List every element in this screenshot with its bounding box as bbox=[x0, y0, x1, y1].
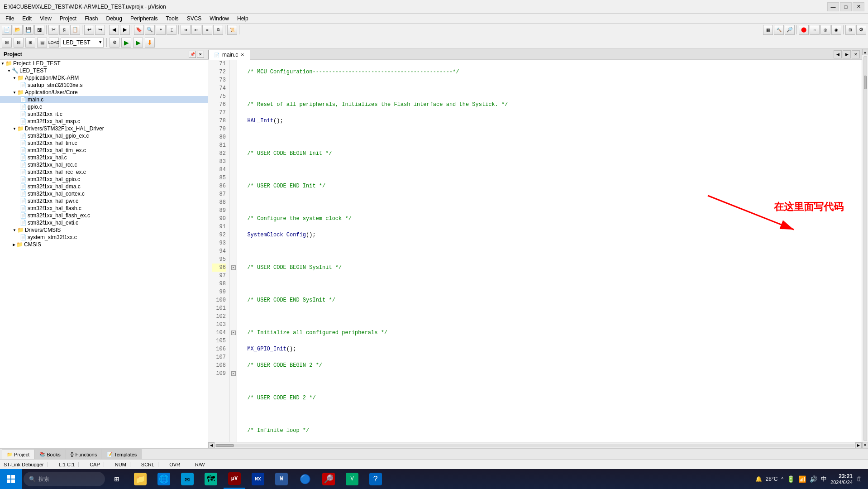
open-button[interactable]: 📂 bbox=[13, 25, 23, 35]
flash-btn[interactable]: ⬇ bbox=[145, 38, 155, 48]
bookmark-button[interactable]: 🔖 bbox=[134, 25, 144, 35]
tree-item-app-core[interactable]: ▼ 📁 Application/User/Core bbox=[0, 89, 208, 96]
menu-edit[interactable]: Edit bbox=[19, 14, 35, 23]
tree-item-led-test[interactable]: ▼ 🔧 LED_TEST bbox=[0, 67, 208, 74]
tree-item-hal-gpio[interactable]: 📄 stm32f1xx_hal_gpio.c bbox=[0, 176, 208, 183]
notification-badge[interactable]: 🗓 bbox=[856, 475, 863, 483]
right-scrollbar[interactable]: ▲ ▼ bbox=[862, 49, 868, 448]
project-icon-btn3[interactable]: ⊞ bbox=[25, 38, 35, 48]
horizontal-scrollbar[interactable]: ◀ ▶ bbox=[208, 442, 862, 448]
search-input[interactable] bbox=[38, 476, 84, 482]
tree-item-hal-gpio-ex[interactable]: 📄 stm32f1xx_hal_gpio_ex.c bbox=[0, 132, 208, 139]
fold-icon-109[interactable]: - bbox=[230, 369, 237, 378]
tab-templates[interactable]: 📝 Templates bbox=[102, 449, 142, 459]
menu-help[interactable]: Help bbox=[234, 14, 252, 23]
view-options[interactable]: ⊞ bbox=[845, 25, 855, 35]
code-editor[interactable]: 71 72 73 74 75 76 77 78 79 80 81 82 83 8… bbox=[208, 60, 862, 442]
tree-item-hal-cortex[interactable]: 📄 stm32f1xx_hal_cortex.c bbox=[0, 190, 208, 197]
menu-window[interactable]: Window bbox=[206, 14, 233, 23]
tree-item-app-mdk[interactable]: ▼ 📁 Application/MDK-ARM bbox=[0, 74, 208, 82]
scroll-down-button[interactable]: ▼ bbox=[862, 442, 868, 448]
tree-item-hal-flash-ex[interactable]: 📄 stm32f1xx_hal_flash_ex.c bbox=[0, 212, 208, 219]
clock[interactable]: 23:21 2024/6/24 bbox=[830, 473, 853, 485]
nav-forward-button[interactable]: ▶ bbox=[120, 25, 130, 35]
scroll-track-v[interactable] bbox=[863, 56, 867, 441]
settings-button[interactable]: ⚙ bbox=[856, 25, 866, 35]
taskbar-app-mail[interactable]: ✉ bbox=[176, 469, 198, 489]
tree-item-hal-exti[interactable]: 📄 stm32f1xx_hal_exti.c bbox=[0, 219, 208, 226]
expand-tray-icon[interactable]: ^ bbox=[781, 477, 783, 482]
project-pin-button[interactable]: 📌 bbox=[189, 51, 196, 58]
tree-item-cmsis[interactable]: ▼ 📁 Drivers/CMSIS bbox=[0, 226, 208, 234]
tree-item-hal-c[interactable]: 📄 stm32f1xx_hal.c bbox=[0, 154, 208, 161]
tree-item-gpio-c[interactable]: 📄 gpio.c bbox=[0, 103, 208, 110]
taskbar-app-explorer[interactable]: 📁 bbox=[129, 469, 151, 489]
tree-item-hal-dma[interactable]: 📄 stm32f1xx_hal_dma.c bbox=[0, 183, 208, 190]
find-button[interactable]: 🔍 bbox=[145, 25, 155, 35]
minimize-button[interactable]: — bbox=[827, 2, 839, 11]
taskbar-app-search[interactable]: 🔎 bbox=[318, 469, 339, 489]
search-bar[interactable]: 🔍 bbox=[24, 472, 105, 486]
undo-button[interactable]: ↩ bbox=[84, 25, 94, 35]
taskbar-app-uvision[interactable]: μV bbox=[224, 469, 245, 489]
menu-peripherals[interactable]: Peripherals bbox=[127, 14, 162, 23]
project-icon-btn4[interactable]: ▤ bbox=[37, 38, 47, 48]
tree-item-hal-rcc[interactable]: 📄 stm32f1xx_hal_rcc.c bbox=[0, 161, 208, 168]
paste-button[interactable]: 📋 bbox=[70, 25, 80, 35]
project-close-button[interactable]: ✕ bbox=[197, 51, 204, 58]
build-target[interactable]: 🔨 bbox=[774, 25, 784, 35]
tree-item-root[interactable]: ▼ 📁 Project: LED_TEST bbox=[0, 60, 208, 67]
tree-item-hal-flash[interactable]: 📄 stm32f1xx_hal_flash.c bbox=[0, 205, 208, 212]
tree-item-hal-pwr[interactable]: 📄 stm32f1xx_hal_pwr.c bbox=[0, 197, 208, 205]
taskbar-app-help[interactable]: ? bbox=[365, 469, 386, 489]
notification-icon[interactable]: 🔔 bbox=[755, 476, 762, 482]
target-options[interactable]: ▦ bbox=[763, 25, 773, 35]
taskbar-app-mx[interactable]: MX bbox=[247, 469, 269, 489]
taskbar-app-taskview[interactable]: ⊞ bbox=[106, 469, 128, 489]
tab-close-all[interactable]: ✕ bbox=[852, 50, 860, 58]
btn4[interactable]: ⧉ bbox=[213, 25, 223, 35]
tab-main-c[interactable]: 📄 main.c ✕ bbox=[208, 50, 250, 60]
search-toolbar[interactable]: 🔎 bbox=[785, 25, 795, 35]
volume-icon[interactable]: 🔊 bbox=[810, 475, 817, 483]
build-btn[interactable]: ▶ bbox=[133, 38, 143, 48]
menu-svcs[interactable]: SVCS bbox=[183, 14, 205, 23]
outdent-button[interactable]: ⇤ bbox=[191, 25, 201, 35]
fold-icon-96[interactable]: - bbox=[230, 264, 237, 272]
lang-indicator[interactable]: 中 bbox=[821, 475, 827, 483]
close-button[interactable]: ✕ bbox=[853, 2, 864, 11]
start-button[interactable] bbox=[0, 469, 22, 489]
tab-scroll-right[interactable]: ▶ bbox=[843, 50, 851, 58]
taskbar-app-word[interactable]: W bbox=[271, 469, 292, 489]
scroll-thumb-h[interactable] bbox=[216, 444, 234, 447]
maximize-button[interactable]: □ bbox=[840, 2, 852, 11]
taskbar-app-edge[interactable]: 🌐 bbox=[153, 469, 175, 489]
new-file-button[interactable]: 📄 bbox=[2, 25, 12, 35]
scroll-track[interactable] bbox=[215, 444, 854, 447]
tab-project[interactable]: 📁 Project bbox=[2, 449, 34, 459]
copy-button[interactable]: ⎘ bbox=[59, 25, 69, 35]
tree-item-hal-tim[interactable]: 📄 stm32f1xx_hal_tim.c bbox=[0, 139, 208, 147]
scroll-right-button[interactable]: ▶ bbox=[855, 442, 862, 449]
tree-item-system[interactable]: 📄 system_stm32f1xx.c bbox=[0, 234, 208, 241]
nav-back-button[interactable]: ◀ bbox=[109, 25, 119, 35]
btn6[interactable]: ◎ bbox=[820, 25, 830, 35]
stop-button[interactable]: ⬤ bbox=[799, 25, 809, 35]
btn5[interactable]: ○ bbox=[810, 25, 820, 35]
indent-button[interactable]: ⇥ bbox=[181, 25, 191, 35]
compile-button[interactable]: ▶ bbox=[121, 38, 131, 48]
menu-project[interactable]: Project bbox=[56, 14, 80, 23]
tree-item-msp[interactable]: 📄 stm32f1xx_hal_msp.c bbox=[0, 118, 208, 125]
project-icon-btn2[interactable]: ⊟ bbox=[14, 38, 24, 48]
project-icon-btn5[interactable]: LOAD bbox=[49, 38, 59, 48]
redo-button[interactable]: ↪ bbox=[95, 25, 105, 35]
scroll-thumb-v[interactable] bbox=[864, 76, 867, 89]
scroll-left-button[interactable]: ◀ bbox=[208, 442, 215, 449]
tab-close-icon[interactable]: ✕ bbox=[241, 53, 244, 57]
save-button[interactable]: 💾 bbox=[24, 25, 33, 35]
menu-tools[interactable]: Tools bbox=[162, 14, 182, 23]
fold-icon-104[interactable]: - bbox=[230, 329, 237, 337]
tree-item-main-c[interactable]: 📄 main.c bbox=[0, 96, 208, 103]
taskbar-app-vibox[interactable]: V bbox=[341, 469, 363, 489]
save-all-button[interactable]: 🖫 bbox=[34, 25, 44, 35]
